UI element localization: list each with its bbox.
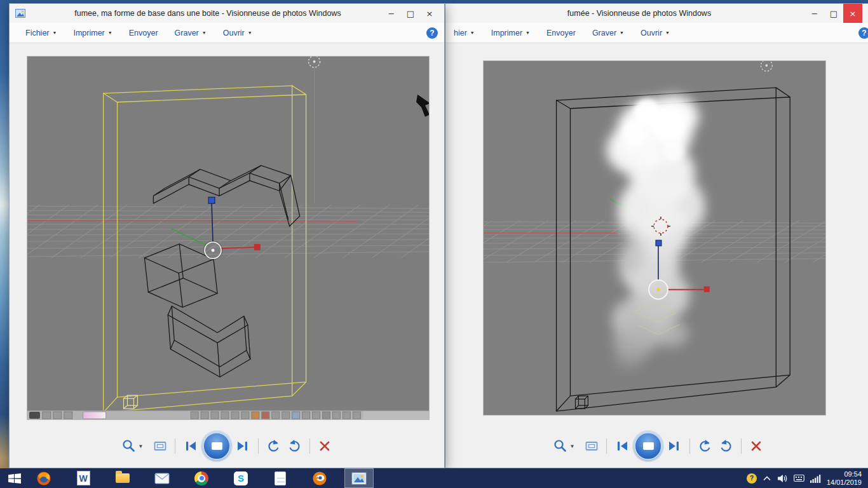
help-button[interactable]: ? — [858, 27, 868, 39]
viewer-content: ▼ — [10, 43, 444, 468]
desktop: fumee, ma forme de base dans une boite -… — [0, 0, 868, 488]
minimize-button[interactable]: − — [805, 4, 824, 23]
previous-icon — [182, 438, 200, 454]
toolbar-divider — [689, 438, 690, 454]
slideshow-button[interactable] — [203, 432, 231, 460]
fit-to-window-icon — [583, 438, 600, 454]
slideshow-icon — [212, 442, 222, 450]
chevron-down-icon: ▼ — [248, 30, 252, 35]
rotate-right-icon — [287, 438, 303, 454]
blender-smoke-scene — [484, 61, 825, 415]
delete-x-icon — [316, 438, 333, 454]
maximize-button[interactable]: □ — [824, 4, 843, 23]
menu-fichier-partial[interactable]: hier ▼ — [445, 23, 483, 43]
previous-button[interactable] — [182, 438, 200, 454]
toolbar-divider — [606, 438, 607, 454]
taskbar-mail-button[interactable] — [147, 468, 177, 488]
taskbar-notes-button[interactable] — [266, 468, 295, 488]
chevron-down-icon: ▼ — [526, 30, 530, 35]
slideshow-button[interactable] — [634, 432, 662, 460]
taskbar-firefox-button[interactable] — [29, 468, 58, 488]
help-button[interactable]: ? — [426, 27, 438, 39]
menu-fichier[interactable]: Fichier ▼ — [17, 23, 65, 43]
previous-button[interactable] — [613, 438, 631, 454]
chevron-down-icon: ▼ — [53, 30, 57, 35]
blender-ui-strip — [27, 410, 429, 419]
chevron-down-icon: ▼ — [665, 30, 670, 35]
taskbar-clock[interactable]: 09:54 14/01/2019 — [827, 470, 862, 487]
fit-to-window-button[interactable] — [152, 438, 168, 454]
next-button[interactable] — [234, 438, 252, 454]
toolbar-divider — [175, 438, 175, 454]
close-button[interactable]: × — [420, 4, 439, 23]
menu-label: Graver — [175, 29, 199, 37]
skype-letter: S — [238, 473, 244, 484]
signal-bars-icon — [810, 474, 821, 483]
taskbar-photo-viewer-button[interactable] — [344, 468, 374, 488]
chevron-down-icon: ▼ — [620, 30, 624, 35]
toolbar-divider — [741, 438, 742, 454]
taskbar-chrome-button[interactable] — [187, 468, 216, 488]
rotate-right-button[interactable] — [287, 438, 303, 454]
caption-buttons: − □ × — [805, 4, 862, 23]
menu-label: Ouvrir — [641, 29, 662, 37]
rotate-left-button[interactable] — [265, 438, 281, 454]
chevron-down-icon: ▼ — [139, 444, 144, 449]
photo-viewer-icon — [351, 472, 367, 485]
titlebar[interactable]: fumee, ma forme de base dans une boite -… — [10, 4, 444, 23]
menu-imprimer[interactable]: Imprimer ▼ — [65, 23, 120, 43]
menu-label: Envoyer — [546, 29, 576, 37]
menu-ouvrir[interactable]: Ouvrir ▼ — [215, 23, 261, 43]
taskbar-word-button[interactable]: W — [69, 468, 98, 488]
viewer-toolbar: ▼ — [445, 432, 868, 460]
menu-graver[interactable]: Graver ▼ — [584, 23, 632, 43]
tray-help-button[interactable]: ? — [747, 473, 757, 484]
tray-keyboard-button[interactable] — [794, 474, 804, 482]
next-icon — [234, 438, 252, 454]
zoom-button[interactable]: ▼ — [121, 438, 144, 454]
tray-network-button[interactable] — [810, 474, 821, 483]
skype-icon: S — [234, 471, 248, 485]
taskbar: W S — [0, 468, 868, 488]
menu-graver[interactable]: Graver ▼ — [166, 23, 215, 43]
menubar: hier ▼ Imprimer ▼ Envoyer Graver ▼ Ouvri… — [445, 23, 868, 43]
rotate-left-icon — [696, 438, 713, 454]
magnifier-icon — [552, 438, 569, 454]
speaker-icon — [777, 473, 788, 484]
photo-viewer-app-icon — [15, 8, 25, 18]
titlebar[interactable]: fumée - Visionneuse de photos Windows − … — [445, 4, 868, 23]
menu-envoyer[interactable]: Envoyer — [121, 23, 166, 43]
menu-envoyer[interactable]: Envoyer — [538, 23, 584, 43]
tray-volume-button[interactable] — [777, 473, 788, 484]
menu-imprimer[interactable]: Imprimer ▼ — [483, 23, 538, 43]
fit-to-window-button[interactable] — [583, 438, 600, 454]
delete-button[interactable] — [316, 438, 333, 454]
rotate-left-icon — [265, 438, 281, 454]
toolbar-divider — [309, 438, 310, 454]
folder-icon — [116, 473, 130, 483]
displayed-photo-smoke-render — [483, 60, 826, 416]
menu-ouvrir[interactable]: Ouvrir ▼ — [632, 23, 678, 43]
zoom-button[interactable]: ▼ — [552, 438, 575, 454]
window-title: fumée - Visionneuse de photos Windows — [471, 4, 808, 23]
rotate-right-button[interactable] — [718, 438, 735, 454]
menu-label: Ouvrir — [223, 29, 245, 37]
taskbar-skype-button[interactable]: S — [226, 468, 255, 488]
next-button[interactable] — [665, 438, 683, 454]
start-button[interactable] — [0, 468, 29, 488]
menu-label: Graver — [592, 29, 616, 37]
taskbar-explorer-button[interactable] — [108, 468, 137, 488]
chevron-down-icon: ▼ — [108, 30, 112, 35]
menu-label: Fichier — [25, 29, 50, 37]
rotate-left-button[interactable] — [696, 438, 713, 454]
firefox-icon — [36, 471, 51, 486]
minimize-button[interactable]: − — [382, 4, 401, 23]
tray-show-hidden-icons-button[interactable] — [763, 475, 771, 482]
delete-button[interactable] — [748, 438, 764, 454]
chrome-icon — [194, 471, 208, 485]
taskbar-blender-button[interactable] — [305, 468, 334, 488]
displayed-photo-blender-wireframe — [27, 56, 430, 420]
maximize-button[interactable]: □ — [401, 4, 420, 23]
close-button[interactable]: × — [843, 4, 862, 23]
slideshow-icon — [643, 442, 654, 450]
